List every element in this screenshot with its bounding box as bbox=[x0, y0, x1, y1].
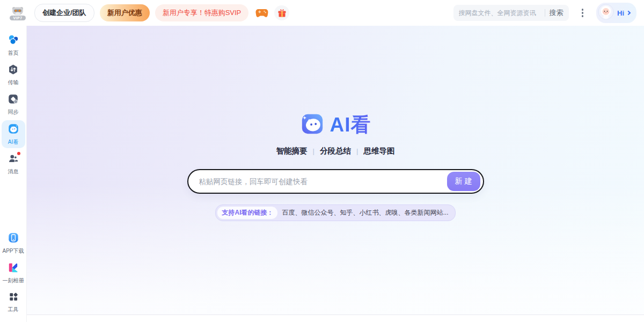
chevron-right-icon bbox=[626, 11, 631, 15]
search-input[interactable] bbox=[459, 9, 540, 17]
sync-icon bbox=[8, 93, 19, 107]
top-header: VIP7 创建企业/团队 新用户优惠 新用户专享！特惠购SVIP 搜索 bbox=[0, 0, 644, 26]
tagline-item: 分段总结 bbox=[320, 146, 351, 156]
ai-view-hero-logo: AI看 bbox=[300, 112, 371, 138]
svip-promo-button[interactable]: 新用户专享！特惠购SVIP bbox=[155, 4, 249, 21]
sidebar-item-sync[interactable]: 同步 bbox=[2, 91, 25, 118]
sidebar-item-label: AI看 bbox=[8, 138, 18, 146]
sidebar-item-transfer[interactable]: 传输 bbox=[2, 61, 25, 89]
search-divider bbox=[545, 9, 545, 17]
hint-sites: 百度、微信公众号、知乎、小红书、虎嗅、各类新闻网站... bbox=[282, 208, 448, 217]
ai-view-logo-text: AI看 bbox=[330, 112, 371, 138]
gift-icon[interactable] bbox=[274, 5, 289, 20]
album-icon bbox=[8, 262, 19, 275]
create-team-button[interactable]: 创建企业/团队 bbox=[34, 4, 94, 22]
ai-view-icon bbox=[8, 123, 19, 137]
sidebar-item-tools[interactable]: 工具 bbox=[2, 289, 25, 316]
messages-icon bbox=[8, 153, 19, 166]
notification-dot bbox=[17, 152, 20, 155]
sidebar-item-label: APP下载 bbox=[2, 247, 24, 255]
app-download-icon bbox=[8, 232, 19, 246]
supported-links-hint: 支持AI看的链接： 百度、微信公众号、知乎、小红书、虎嗅、各类新闻网站... bbox=[215, 204, 455, 221]
netdisk-home-icon bbox=[8, 34, 19, 48]
new-user-offer-button[interactable]: 新用户优惠 bbox=[100, 4, 150, 21]
tagline-item: 智能摘要 bbox=[276, 146, 308, 156]
sidebar-item-label: 消息 bbox=[8, 168, 19, 175]
sidebar-item-label: 同步 bbox=[8, 108, 19, 116]
sidebar-item-album[interactable]: 一刻相册 bbox=[2, 259, 25, 287]
tools-grid-icon bbox=[8, 291, 19, 304]
link-input-bar: 新 建 bbox=[187, 169, 484, 194]
avatar bbox=[598, 4, 614, 22]
sidebar-item-label: 一刻相册 bbox=[3, 277, 24, 284]
vip-badge: VIP7 bbox=[10, 16, 25, 20]
main-panel: AI看 智能摘要 | 分段总结 | 思维导图 新 建 支持AI看的链接： 百度、… bbox=[27, 26, 644, 322]
sidebar-item-app-download[interactable]: APP下载 bbox=[2, 229, 25, 257]
global-search-box: 搜索 bbox=[453, 5, 569, 21]
hint-label: 支持AI看的链接： bbox=[217, 207, 277, 219]
feature-tagline: 智能摘要 | 分段总结 | 思维导图 bbox=[276, 146, 395, 156]
sidebar-item-ai-view[interactable]: AI看 bbox=[2, 120, 25, 148]
transfer-icon bbox=[8, 64, 19, 77]
more-menu-icon[interactable] bbox=[577, 5, 588, 20]
left-sidebar: 首页 传输 同步 bbox=[0, 26, 27, 322]
ai-view-logo-icon bbox=[300, 112, 325, 138]
sidebar-item-label: 首页 bbox=[8, 49, 19, 57]
create-button[interactable]: 新 建 bbox=[447, 172, 480, 191]
search-button[interactable]: 搜索 bbox=[550, 8, 564, 18]
sidebar-item-label: 传输 bbox=[8, 79, 19, 86]
sidebar-item-label: 工具 bbox=[8, 306, 19, 313]
tagline-item: 思维导图 bbox=[363, 146, 394, 156]
tagline-separator: | bbox=[356, 147, 358, 155]
greeting-text: Hi bbox=[617, 9, 624, 17]
sidebar-item-messages[interactable]: 消息 bbox=[2, 150, 25, 178]
user-avatar-pill[interactable]: Hi bbox=[596, 3, 636, 23]
paste-link-input[interactable] bbox=[199, 178, 447, 186]
sidebar-item-home[interactable]: 首页 bbox=[2, 31, 25, 59]
netdisk-mascot-logo[interactable]: VIP7 bbox=[6, 6, 29, 20]
game-icon[interactable] bbox=[255, 6, 269, 20]
tagline-separator: | bbox=[313, 147, 314, 155]
